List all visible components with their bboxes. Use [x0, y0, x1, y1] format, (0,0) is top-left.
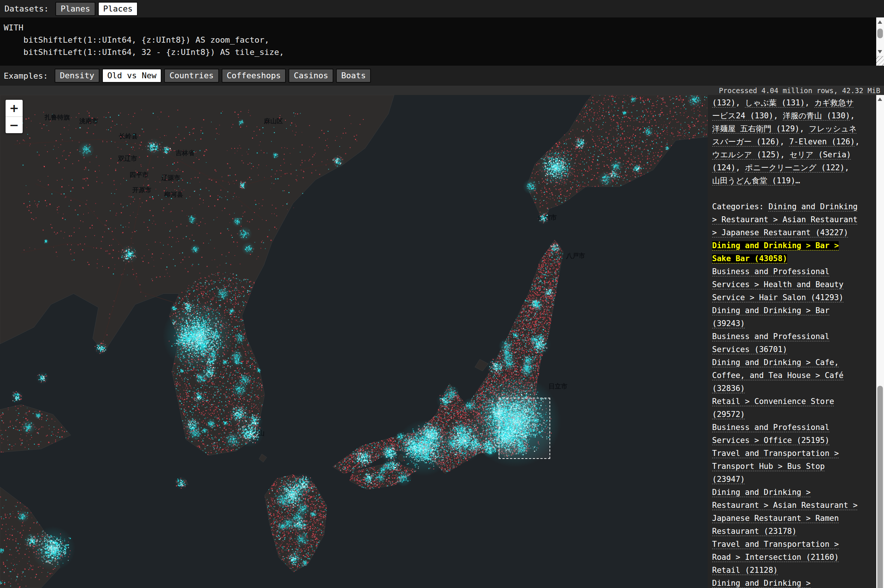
map-canvas[interactable]	[0, 95, 708, 588]
status-text: Processed 4.04 million rows, 42.32 MiB	[719, 87, 880, 94]
dataset-buttons: PlanesPlaces	[55, 2, 140, 16]
category-link[interactable]: Retail (21128)	[712, 566, 778, 574]
example-button-old-vs-new[interactable]: Old vs New	[102, 69, 161, 83]
app: Datasets: PlanesPlaces WITH bitShiftLeft…	[0, 0, 884, 588]
brand-link[interactable]: 山田うどん食堂 (119)	[712, 176, 795, 185]
zoom-in-button[interactable]: +	[6, 100, 23, 117]
category-link[interactable]: Dining and Drinking > Restaurant > Asian…	[712, 579, 858, 588]
scroll-up-icon[interactable]	[878, 20, 882, 24]
category-link[interactable]: Business and Professional Services > Off…	[712, 423, 830, 445]
category-link[interactable]: Dining and Drinking > Restaurant > Asian…	[712, 488, 858, 536]
brand-link[interactable]: ウエルシア (125)	[712, 150, 780, 159]
results-panel: (132), しゃぶ葉 (131), カギ救急サービス24 (130), 洋服の…	[708, 95, 876, 588]
category-link[interactable]: Business and Professional Services (3670…	[712, 332, 830, 354]
sidebar-scrollbar-thumb[interactable]	[877, 386, 883, 588]
main-area: + − (132), しゃぶ葉 (131), カギ救急サービス24 (130),…	[0, 95, 884, 588]
brand-link[interactable]: しゃぶ葉 (131)	[745, 98, 805, 107]
sql-code[interactable]: WITH bitShiftLeft(1::UInt64, {z:UInt8}) …	[0, 17, 884, 58]
category-counts-list: Categories: Dining and Drinking > Restau…	[712, 200, 861, 588]
category-link[interactable]: Dining and Drinking > Cafe, Coffee, and …	[712, 358, 843, 393]
dataset-button-places[interactable]: Places	[98, 2, 138, 16]
datasets-bar: Datasets: PlanesPlaces	[0, 0, 884, 17]
category-link[interactable]: Travel and Transportation > Transport Hu…	[712, 449, 839, 484]
example-button-casinos[interactable]: Casinos	[289, 69, 334, 83]
datasets-label: Datasets:	[5, 4, 49, 14]
brand-link[interactable]: 7-Eleven (126)	[789, 137, 855, 146]
category-link[interactable]: Dining and Drinking > Bar (39243)	[712, 306, 830, 328]
scroll-down-icon[interactable]	[878, 50, 882, 53]
sidebar-scrollbar[interactable]	[876, 95, 884, 588]
category-link-selected[interactable]: Dining and Drinking > Bar > Sake Bar (43…	[712, 241, 839, 263]
categories-label: Categories:	[712, 202, 768, 211]
brand-counts-list: (132), しゃぶ葉 (131), カギ救急サービス24 (130), 洋服の…	[712, 96, 861, 188]
category-link[interactable]: Travel and Transportation > Road > Inter…	[712, 540, 839, 562]
scroll-up-icon[interactable]	[878, 98, 882, 101]
examples-bar: Examples: DensityOld vs NewCountriesCoff…	[0, 66, 884, 86]
example-button-density[interactable]: Density	[54, 69, 99, 83]
category-link[interactable]: Business and Professional Services > Hea…	[712, 267, 843, 302]
status-bar: Processed 4.04 million rows, 42.32 MiB	[0, 86, 884, 95]
sql-editor[interactable]: WITH bitShiftLeft(1::UInt64, {z:UInt8}) …	[0, 17, 884, 66]
sql-editor-scrollbar[interactable]	[876, 17, 884, 66]
zoom-out-button[interactable]: −	[6, 117, 23, 133]
example-button-countries[interactable]: Countries	[164, 69, 219, 83]
example-button-coffeeshops[interactable]: Coffeeshops	[222, 69, 286, 83]
map-zoom-control: + −	[6, 100, 23, 133]
example-buttons: DensityOld vs NewCountriesCoffeeshopsCas…	[54, 69, 373, 83]
map-selection-rectangle[interactable]	[499, 398, 550, 459]
example-button-boats[interactable]: Boats	[336, 69, 371, 83]
dataset-button-planes[interactable]: Planes	[55, 2, 95, 16]
brand-link[interactable]: (132)	[712, 98, 735, 107]
brand-link[interactable]: 洋麺屋 五右衛門 (129)	[712, 124, 800, 133]
category-link[interactable]: Retail > Convenience Store (29572)	[712, 397, 834, 419]
map[interactable]: + −	[0, 95, 708, 588]
resize-grip-icon[interactable]	[876, 56, 884, 66]
brand-link[interactable]: ポニークリーニング (122)	[745, 163, 845, 172]
examples-label: Examples:	[4, 71, 48, 81]
brand-link[interactable]: 洋服の青山 (130)	[783, 111, 850, 120]
sql-scrollbar-thumb[interactable]	[877, 28, 883, 38]
